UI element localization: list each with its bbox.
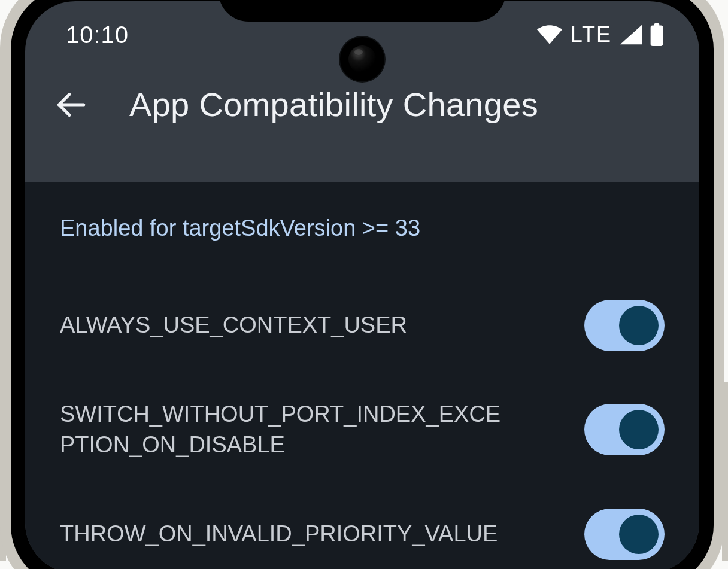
svg-rect-1 xyxy=(654,23,660,26)
phone-screen: 10:10 LTE xyxy=(25,1,699,569)
content-area: Enabled for targetSdkVersion >= 33 ALWAY… xyxy=(25,182,699,569)
svg-rect-0 xyxy=(651,25,663,46)
section-header: Enabled for targetSdkVersion >= 33 xyxy=(60,215,665,241)
back-button[interactable] xyxy=(55,89,86,120)
battery-icon xyxy=(650,23,663,46)
compat-row[interactable]: ALWAYS_USE_CONTEXT_USER xyxy=(60,276,665,375)
page-title: App Compatibility Changes xyxy=(129,85,538,124)
phone-frame-outer: 10:10 LTE xyxy=(0,0,724,569)
phone-frame-bezel: 10:10 LTE xyxy=(11,0,714,569)
app-bar: App Compatibility Changes xyxy=(25,68,699,172)
compat-row[interactable]: THROW_ON_INVALID_PRIORITY_VALUE xyxy=(60,485,665,569)
compat-row[interactable]: SWITCH_WITHOUT_PORT_INDEX_EXCEPTION_ON_D… xyxy=(60,375,665,485)
toggle-switch[interactable] xyxy=(584,300,665,351)
signal-icon xyxy=(620,25,642,45)
compat-row-label: ALWAYS_USE_CONTEXT_USER xyxy=(60,310,407,340)
toggle-switch[interactable] xyxy=(584,509,665,560)
compat-row-label: THROW_ON_INVALID_PRIORITY_VALUE xyxy=(60,519,498,549)
front-camera xyxy=(340,37,384,81)
network-label: LTE xyxy=(571,22,612,47)
compat-row-label: SWITCH_WITHOUT_PORT_INDEX_EXCEPTION_ON_D… xyxy=(60,399,515,461)
wifi-icon xyxy=(537,25,562,45)
toggle-switch[interactable] xyxy=(584,404,665,455)
status-clock: 10:10 xyxy=(66,22,129,48)
